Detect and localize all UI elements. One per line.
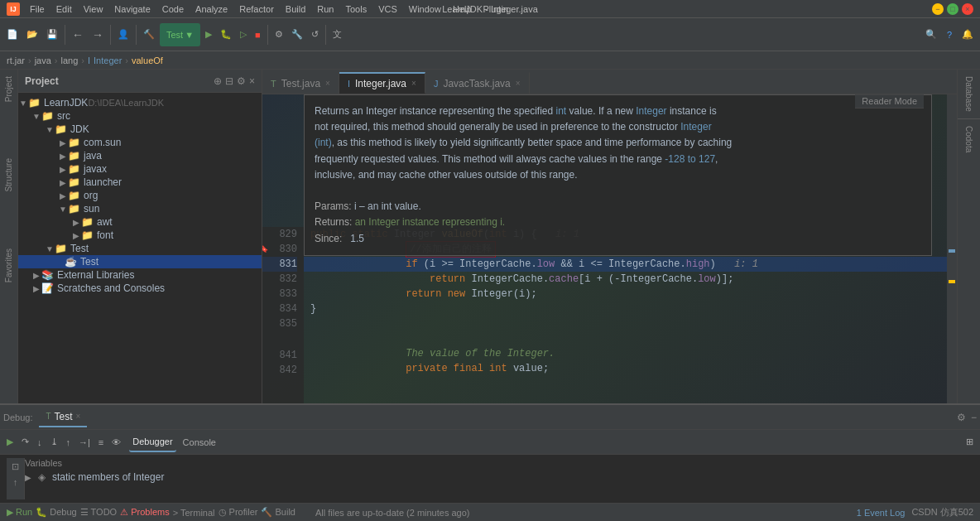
forward-button[interactable]: → [89,23,107,46]
bc-valueof[interactable]: valueOf [132,55,163,65]
close-panel-icon[interactable]: × [249,75,255,87]
translate-button[interactable]: 文 [329,23,345,46]
tree-test-java[interactable]: ☕ Test [18,255,262,268]
menu-window[interactable]: Window [404,2,446,16]
run-button[interactable]: ▶ [202,23,215,46]
notifications-button[interactable]: 🔔 [958,23,977,46]
menu-refactor[interactable]: Refactor [234,2,279,16]
close-button[interactable]: × [962,3,973,15]
todo-button[interactable]: ☰ TODO [80,507,117,518]
tab-javactask-close[interactable]: × [516,79,521,88]
tree-external-libs[interactable]: ▶ 📚 External Libraries [18,268,262,282]
tree-launcher[interactable]: ▶ 📁 launcher [18,176,262,189]
step-over-button[interactable]: ↷ [18,432,32,452]
step-into-button[interactable]: ↓ [34,432,46,452]
tree-comsun[interactable]: ▶ 📁 com.sun [18,136,262,149]
code-editor[interactable]: Reader Mode Returns an Integer instance … [262,94,957,403]
new-file-button[interactable]: 📄 [3,23,22,46]
tab-javactask-java[interactable]: J JavacTask.java × [425,72,530,94]
menu-navigate[interactable]: Navigate [109,2,155,16]
search-everywhere-button[interactable]: 🔍 [922,23,940,46]
menu-bar[interactable]: IJ File Edit View Navigate Code Analyze … [7,2,513,16]
var-row-static[interactable]: ▶ ◈ static members of Integer [25,470,973,485]
tree-org[interactable]: ▶ 📁 org [18,189,262,202]
debug-tab-test[interactable]: T Test × [39,408,87,427]
profiler-button[interactable]: ◷ Profiler [219,507,258,518]
codota-label[interactable]: Codota [964,119,973,159]
structure-strip-label[interactable]: Structure [4,155,13,195]
collapse-all-icon[interactable]: ⊟ [225,75,233,87]
run-with-coverage-button[interactable]: ▷ [237,23,250,46]
tab-integer-java[interactable]: I Integer.java × [339,72,425,94]
step-out-button[interactable]: ↑ [63,432,74,452]
bc-rtjar[interactable]: rt.jar [7,55,25,65]
build-status-button[interactable]: 🔨 Build [261,507,295,518]
tree-test-folder[interactable]: ▼ 📁 Test [18,242,262,255]
project-strip-label[interactable]: Project [4,73,13,105]
menu-vcs[interactable]: VCS [373,2,402,16]
tree-scratches[interactable]: ▶ 📝 Scratches and Consoles [18,282,262,295]
add-watch-button[interactable]: 👁 [108,432,124,452]
bc-integer[interactable]: Integer [94,55,122,65]
debug-status-button[interactable]: 🐛 Debug [36,507,76,518]
tab-test-java[interactable]: T Test.java × [262,72,339,94]
tab-integer-close[interactable]: × [411,79,416,88]
bc-java[interactable]: java [35,55,51,65]
menu-run[interactable]: Run [312,2,339,16]
menu-analyze[interactable]: Analyze [190,2,233,16]
restore-icon[interactable]: ⊡ [12,461,19,472]
evaluate-button[interactable]: ≡ [95,432,107,452]
favorites-strip-label[interactable]: Favorites [4,245,13,286]
stop-button[interactable]: ■ [252,23,264,46]
help-button[interactable]: ? [944,23,955,46]
back-button[interactable]: ← [69,23,87,46]
settings-gear-icon[interactable]: ⚙ [957,412,966,423]
menu-code[interactable]: Code [157,2,189,16]
problems-button[interactable]: ⚠ Problems [120,507,170,518]
up-icon[interactable]: ↑ [13,477,18,487]
save-button[interactable]: 💾 [43,23,61,46]
debug-close[interactable]: × [76,412,81,421]
rebuild-button[interactable]: ↺ [308,23,322,46]
tree-root[interactable]: ▼ 📁 LearnJDK D:\IDEA\LearnJDK [18,96,262,109]
build-project-button[interactable]: 🔧 [288,23,306,46]
event-log-button[interactable]: 1 Event Log [857,508,906,518]
tree-sun[interactable]: ▼ 📁 sun [18,202,262,215]
tree-javax[interactable]: ▶ 📁 javax [18,162,262,176]
debugger-tab[interactable]: Debugger [129,432,175,452]
build-button[interactable]: 🔨 [140,23,158,46]
tree-font[interactable]: ▶ 📁 font [18,229,262,242]
run-to-cursor-button[interactable]: →| [75,432,94,452]
open-button[interactable]: 📂 [23,23,41,46]
debug-button[interactable]: 🐛 [217,23,235,46]
minimize-button[interactable]: − [932,3,944,15]
menu-view[interactable]: View [79,2,108,16]
tree-awt[interactable]: ▶ 📁 awt [18,215,262,229]
tree-java[interactable]: ▶ 📁 java [18,149,262,162]
tab-test-close[interactable]: × [325,79,330,88]
menu-file[interactable]: File [25,2,50,16]
restore-layout-icon[interactable]: ⊞ [963,432,977,452]
tree-src[interactable]: ▼ 📁 src [18,109,262,123]
bc-lang[interactable]: lang [61,55,79,65]
run-status-button[interactable]: ▶ Run [7,507,32,518]
settings-button[interactable]: ⚙ [271,23,286,46]
locate-file-icon[interactable]: ⊕ [214,75,222,87]
reader-mode-button[interactable]: Reader Mode [855,94,924,109]
database-label[interactable]: Database [964,70,973,118]
menu-build[interactable]: Build [281,2,310,16]
tree-jdk[interactable]: ▼ 📁 JDK [18,123,262,136]
resume-button[interactable]: ▶ [3,432,17,452]
minimize-panel-icon[interactable]: − [971,412,977,423]
force-step-into-button[interactable]: ⤓ [47,432,61,452]
menu-edit[interactable]: Edit [51,2,77,16]
window-controls[interactable]: − □ × [932,3,973,15]
gear-icon[interactable]: ⚙ [237,75,246,87]
profile-button[interactable]: 👤 [114,23,132,46]
menu-tools[interactable]: Tools [340,2,372,16]
terminal-button[interactable]: > Terminal [173,508,215,518]
debug-settings-icon[interactable]: ⚙ − [957,412,977,423]
run-config-selector[interactable]: Test ▼ [160,23,200,46]
maximize-button[interactable]: □ [947,3,958,15]
console-tab[interactable]: Console [180,432,219,452]
